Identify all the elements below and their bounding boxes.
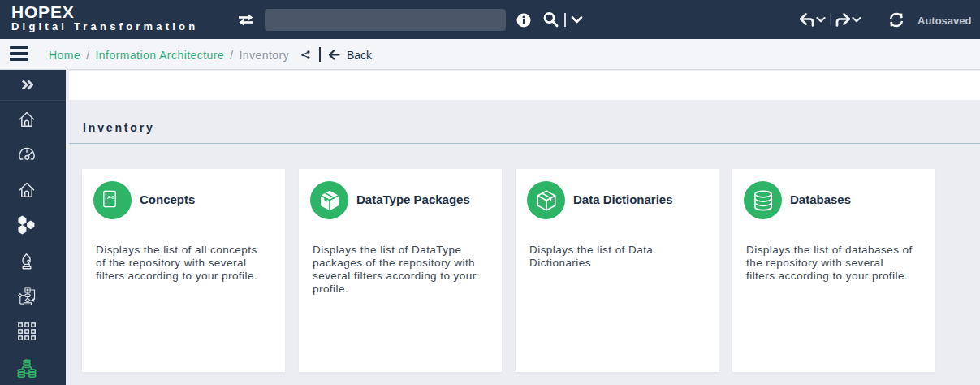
svg-text:A-Z: A-Z [106, 195, 114, 200]
